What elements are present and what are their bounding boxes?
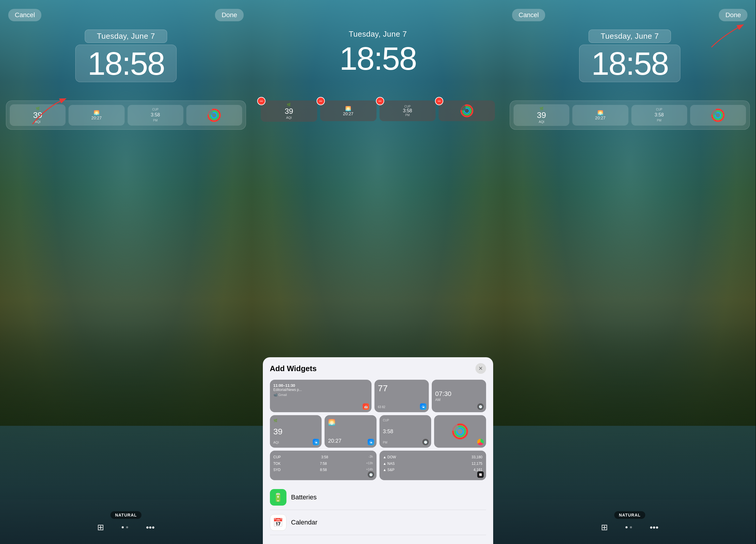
photos-icon-right[interactable]: ⊞	[601, 522, 608, 532]
done-button-left[interactable]: Done	[215, 9, 244, 21]
minus-sunset[interactable]: −	[317, 97, 325, 105]
aqi-value-right: 39	[537, 110, 546, 120]
dot2-right	[630, 526, 632, 528]
activity-widget-right[interactable]	[690, 105, 746, 126]
page-dots-right	[625, 526, 632, 528]
widget-grid-row2: 🌿 39 AQI 🌤 🌅 20:27 🌤 CUP 3:58 PM	[270, 415, 486, 448]
activity-ring-right	[710, 107, 726, 123]
sunset-grid-widget[interactable]: 🌅 20:27 🌤	[325, 415, 377, 448]
worldclock-list-widget[interactable]: CUP3:58-3h TOK7:58+13h SYD8:58+14h 🕐	[270, 451, 377, 480]
sunset-widget-right[interactable]: 🌅 20:27	[572, 105, 628, 126]
air-quality-number-widget[interactable]: 77 63 82 🌤	[374, 380, 429, 412]
aqi-value-left: 39	[33, 110, 42, 120]
app-item-calendar[interactable]: 📅 Calendar	[270, 510, 486, 535]
date-time-left: Tuesday, June 7 18:58	[0, 30, 252, 82]
batteries-label: Batteries	[291, 494, 317, 501]
bottom-icons-left: ⊞ •••	[97, 522, 154, 532]
bottom-bar-left: NATURAL ⊞ •••	[0, 511, 252, 532]
worldclock-widget-left[interactable]: CUP 3:58 PM	[128, 105, 183, 126]
widget-row-right: 🌿 39 AQI 🌅 20:27 CUP 3:58 PM	[510, 100, 750, 130]
photos-icon-left[interactable]: ⊞	[97, 522, 104, 532]
add-widgets-modal: Add Widgets ✕ 11:00–11:30 Editorial/News…	[263, 357, 493, 544]
activity-ring-left	[206, 107, 222, 123]
worldclock-widget-right[interactable]: CUP 3:58 PM	[631, 105, 687, 126]
page-dots-left	[122, 526, 128, 528]
activity-widget-middle[interactable]	[439, 100, 495, 121]
style-label-left: NATURAL	[110, 511, 142, 519]
date-label-right: Tuesday, June 7	[589, 30, 671, 43]
cancel-button-left[interactable]: Cancel	[8, 9, 41, 21]
calendar-event-widget[interactable]: 11:00–11:30 Editorial/News p... 📹 Gmail …	[270, 380, 372, 412]
activity-grid-widget[interactable]	[434, 415, 486, 448]
widget-grid-row3: CUP3:58-3h TOK7:58+13h SYD8:58+14h 🕐 ▲ D…	[270, 451, 486, 480]
time-display-middle: 18:58	[339, 40, 416, 76]
dot2-left	[126, 526, 128, 528]
app-item-batteries[interactable]: 🔋 Batteries	[270, 485, 486, 510]
aqi-grid-widget[interactable]: 🌿 39 AQI 🌤	[270, 415, 322, 448]
aqi-label-right: AQI	[539, 120, 544, 123]
top-bar-left: Cancel Done	[0, 9, 252, 21]
activity-ring-grid	[451, 423, 469, 440]
more-icon-left[interactable]: •••	[146, 523, 154, 532]
modal-title: Add Widgets	[270, 364, 317, 373]
worldclock-widget-middle[interactable]: CUP 3:58 PM	[379, 100, 436, 121]
done-button-right[interactable]: Done	[719, 9, 747, 21]
aqi-widget-right[interactable]: 🌿 39 AQI	[514, 104, 569, 126]
activity-ring-middle	[460, 103, 474, 118]
widget-row-left: 🌿 39 AQI 🌅 20:27 CUP 3:58 PM	[6, 100, 246, 130]
sunset-widget-left[interactable]: 🌅 20:27	[69, 105, 124, 126]
bottom-icons-right: ⊞ •••	[601, 522, 658, 532]
aqi-label-left: AQI	[35, 120, 40, 123]
aqi-widget-left[interactable]: 🌿 39 AQI	[10, 104, 66, 126]
date-time-right: Tuesday, June 7 18:58	[504, 30, 756, 82]
minus-aqi[interactable]: −	[257, 97, 265, 105]
dot1-left	[122, 526, 124, 528]
aqi-widget-middle[interactable]: 🌿 39 AQI	[261, 100, 317, 122]
app-list: 🔋 Batteries 📅 Calendar	[270, 485, 486, 535]
sunset-time-right: 20:27	[595, 115, 605, 120]
left-panel: Cancel Done Tuesday, June 7 18:58 🌿 39 A…	[0, 0, 252, 544]
stocks-widget[interactable]: ▲ DOW33,180 ▲ NAS12,175 ▲ S&P4,161 📈	[379, 451, 486, 480]
style-label-right: NATURAL	[614, 511, 646, 519]
minus-worldclock[interactable]: −	[376, 97, 384, 105]
batteries-icon: 🔋	[270, 489, 286, 506]
calendar-icon: 📅	[270, 514, 286, 531]
top-bar-right: Cancel Done	[504, 9, 756, 21]
middle-panel: Tuesday, June 7 18:58 − 🌿 39 AQI − 🌅 20:…	[252, 0, 504, 544]
widget-bar-middle: − 🌿 39 AQI − 🌅 20:27 − CUP 3:58 PM −	[258, 97, 498, 125]
sunset-widget-middle[interactable]: 🌅 20:27	[320, 100, 377, 121]
time-display-left: 18:58	[75, 45, 176, 82]
calendar-label: Calendar	[291, 519, 317, 526]
date-time-middle: Tuesday, June 7 18:58	[252, 30, 504, 76]
time-display-right: 18:58	[579, 45, 680, 82]
bottom-bar-right: NATURAL ⊞ •••	[504, 511, 756, 532]
date-label-left: Tuesday, June 7	[85, 30, 167, 43]
sunset-time-left: 20:27	[91, 115, 102, 120]
widget-grid-row1: 11:00–11:30 Editorial/News p... 📹 Gmail …	[270, 380, 486, 412]
dot1-right	[625, 526, 628, 528]
cancel-button-right[interactable]: Cancel	[512, 9, 545, 21]
date-label-middle: Tuesday, June 7	[349, 30, 407, 39]
modal-close-button[interactable]: ✕	[475, 363, 486, 374]
worldclock-grid-widget[interactable]: CUP 3:58 PM 🕐	[379, 415, 431, 448]
alarm-widget[interactable]: 07:30 AM 🕐	[432, 380, 486, 412]
worldclock-data-right: CUP 3:58 PM	[655, 107, 664, 122]
worldclock-data-left: CUP 3:58 PM	[151, 107, 160, 122]
more-icon-right[interactable]: •••	[650, 523, 658, 532]
modal-header: Add Widgets ✕	[270, 363, 486, 374]
activity-widget-left[interactable]	[186, 105, 242, 126]
right-panel: Cancel Done Tuesday, June 7 18:58 🌿 39 A…	[504, 0, 756, 544]
